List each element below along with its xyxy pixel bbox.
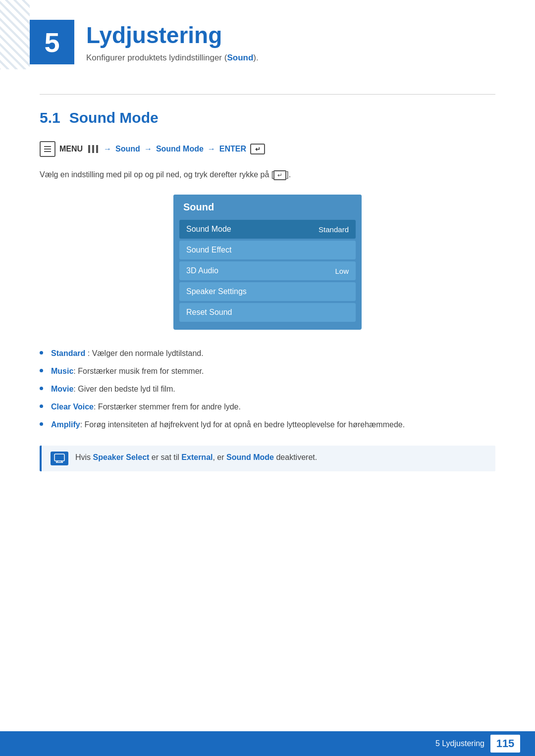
menu-item-3d-audio-value: Low [335,267,349,275]
nav-path: MENU → Sound → Sound Mode → ENTER ↵ [40,141,495,157]
note-text: Hvis Speaker Select er sat til External,… [75,452,317,463]
divider [40,94,495,95]
svg-rect-2 [44,151,51,152]
menu-item-3d-audio-label: 3D Audio [186,266,218,275]
note-icon [51,452,68,465]
nav-enter-label: ENTER [219,145,246,153]
sound-menu: Sound Sound Mode Standard Sound Effect 3… [173,195,362,330]
menu-item-speaker-settings[interactable]: Speaker Settings [179,282,356,301]
page-footer: 5 Lydjustering 115 [0,731,535,756]
menu-item-speaker-settings-label: Speaker Settings [186,287,247,296]
sound-menu-header: Sound [173,195,362,218]
footer-text: 5 Lydjustering [435,739,484,748]
section-number: 5.1 [40,109,60,126]
chapter-subtitle: Konfigurer produktets lydindstillinger (… [86,53,259,63]
menu-item-sound-mode[interactable]: Sound Mode Standard [179,220,356,239]
menu-item-reset-sound-label: Reset Sound [186,308,232,317]
section-title: Sound Mode [69,109,159,126]
svg-rect-0 [44,146,51,147]
footer-page-number: 115 [490,735,520,753]
menu-item-sound-mode-value: Standard [319,225,349,234]
arrow-2: → [144,145,152,153]
bullet-dot-3 [40,387,43,390]
arrow-1: → [104,145,111,153]
nav-sound-mode: Sound Mode [156,145,204,153]
bullet-standard: Standard : Vælger den normale lydtilstan… [40,348,495,359]
menu-item-reset-sound[interactable]: Reset Sound [179,303,356,322]
bullet-clear-voice: Clear Voice: Forstærker stemmer frem for… [40,401,495,413]
bullet-dot-1 [40,351,43,354]
menu-item-sound-effect-label: Sound Effect [186,246,231,254]
svg-rect-1 [44,149,51,150]
svg-rect-3 [54,454,64,461]
enter-symbol: ↵ [273,170,286,180]
enter-icon: ↵ [250,144,265,154]
menu-icon [40,141,55,157]
menu-label: MENU [59,145,83,153]
section-5-1: 5.1 Sound Mode MENU → Sound → Sound Mode… [0,79,535,486]
bullet-dot-4 [40,404,43,408]
bullet-music: Music: Forstærker musik frem for stemmer… [40,365,495,377]
arrow-3: → [208,145,215,153]
menu-item-sound-effect[interactable]: Sound Effect [179,241,356,259]
nav-sound: Sound [115,145,140,153]
bullet-movie: Movie: Giver den bedste lyd til film. [40,383,495,395]
chapter-title-block: Lydjustering Konfigurer produktets lydin… [86,20,259,63]
chapter-number: 5 [30,20,74,64]
menu-container: Sound Sound Mode Standard Sound Effect 3… [40,195,495,330]
bullet-dot-2 [40,369,43,372]
menu-bars-icon [88,145,99,153]
bullet-dot-5 [40,422,43,426]
bullet-amplify: Amplify: Forøg intensiteten af højfrekve… [40,419,495,431]
chapter-title: Lydjustering [86,23,259,48]
bullet-list: Standard : Vælger den normale lydtilstan… [40,348,495,431]
section-heading: 5.1 Sound Mode [40,109,495,126]
chapter-header: 5 Lydjustering Konfigurer produktets lyd… [0,0,535,79]
instruction-text: Vælg en indstilling med pil op og pil ne… [40,169,495,181]
menu-item-sound-mode-label: Sound Mode [186,225,231,234]
note-box: Hvis Speaker Select er sat til External,… [40,446,495,471]
stripe-decoration [0,0,30,69]
menu-item-3d-audio[interactable]: 3D Audio Low [179,261,356,280]
